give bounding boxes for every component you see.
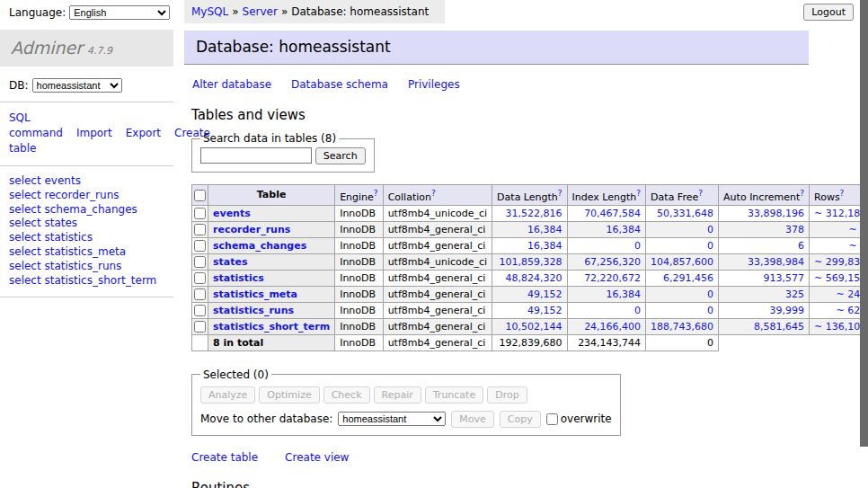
table-name-link[interactable]: statistics_meta [213, 288, 297, 300]
row-checkbox[interactable] [194, 208, 206, 219]
db-select[interactable]: homeassistant [32, 78, 122, 93]
data-length-link[interactable]: 101,859,328 [500, 256, 562, 268]
rows-count-link[interactable]: ~ 299,833 [814, 256, 866, 268]
data-length-link[interactable]: 16,384 [527, 224, 562, 235]
privileges-link[interactable]: Privileges [408, 78, 460, 91]
drop-button[interactable]: Drop [487, 386, 527, 404]
data-length-link[interactable]: 16,384 [527, 240, 562, 252]
sidebar-select-schema-changes-link[interactable]: select schema_changes [9, 203, 164, 217]
collation-cell: utf8mb4_general_ci [383, 237, 492, 253]
auto-increment-link[interactable]: 8,581,645 [754, 321, 804, 333]
data-length-link[interactable]: 49,152 [527, 305, 562, 316]
column-header-data-length: Data Length? [492, 185, 567, 206]
database-schema-link[interactable]: Database schema [291, 78, 388, 91]
rows-count-link[interactable]: ~ 136,108 [814, 321, 866, 333]
overwrite-checkbox[interactable] [546, 413, 558, 425]
rows-count-link[interactable]: ~ 312,180 [814, 208, 866, 219]
row-checkbox[interactable] [194, 288, 206, 300]
sidebar-select-events-link[interactable]: select events [9, 174, 164, 189]
row-checkbox[interactable] [194, 256, 206, 268]
table-row: states InnoDB utf8mb4_unicode_ci 101,859… [192, 253, 868, 270]
index-length-link[interactable]: 16,384 [607, 288, 642, 300]
auto-increment-link[interactable]: 39,999 [770, 305, 805, 316]
repair-button[interactable]: Repair [374, 386, 421, 404]
sidebar-link-sql-command[interactable]: SQL command [9, 111, 63, 139]
analyze-button[interactable]: Analyze [200, 386, 255, 404]
data-free-link[interactable]: 0 [707, 240, 713, 252]
help-link[interactable]: ? [431, 189, 436, 198]
index-length-link[interactable]: 16,384 [607, 224, 642, 235]
data-free-link[interactable]: 0 [707, 305, 713, 316]
vertical-scrollbar-track[interactable] [860, 0, 868, 488]
vertical-scrollbar-thumb[interactable] [860, 0, 868, 447]
select-all-checkbox[interactable] [194, 190, 206, 201]
truncate-button[interactable]: Truncate [425, 386, 483, 404]
row-checkbox[interactable] [194, 240, 206, 252]
optimize-button[interactable]: Optimize [259, 386, 319, 404]
data-free-link[interactable]: 0 [707, 288, 713, 300]
auto-increment-link[interactable]: 913,577 [764, 272, 805, 284]
search-button[interactable]: Search [315, 147, 366, 164]
data-length-link[interactable]: 31,522,816 [506, 208, 562, 219]
breadcrumb-mysql-link[interactable]: MySQL [191, 5, 228, 18]
table-name-link[interactable]: events [213, 208, 251, 219]
move-button[interactable]: Move [451, 411, 494, 428]
data-free-link[interactable]: 188,743,680 [651, 321, 713, 333]
index-length-link[interactable]: 0 [634, 305, 641, 316]
app-version-link[interactable]: 4.7.9 [87, 45, 112, 57]
help-link[interactable]: ? [698, 189, 703, 198]
auto-increment-link[interactable]: 378 [785, 224, 804, 235]
table-name-link[interactable]: statistics [213, 272, 264, 284]
copy-button[interactable]: Copy [500, 411, 541, 428]
breadcrumb-server-link[interactable]: Server [243, 5, 278, 18]
help-link[interactable]: ? [558, 189, 562, 198]
data-length-link[interactable]: 49,152 [527, 288, 562, 300]
row-checkbox[interactable] [194, 272, 206, 284]
auto-increment-link[interactable]: 33,398,984 [748, 256, 804, 268]
sidebar-select-statistics-runs-link[interactable]: select statistics_runs [9, 260, 164, 274]
data-free-link[interactable]: 0 [707, 224, 713, 235]
index-length-link[interactable]: 0 [634, 240, 641, 252]
rows-count-link[interactable]: ~ 569,159 [814, 272, 866, 284]
data-length-link[interactable]: 48,824,320 [506, 272, 562, 284]
logout-button[interactable]: Logout [803, 4, 854, 21]
sidebar-select-statistics-link[interactable]: select statistics [9, 231, 164, 245]
data-free-link[interactable]: 104,857,600 [651, 256, 713, 268]
table-name-link[interactable]: schema_changes [213, 240, 306, 252]
auto-increment-link[interactable]: 6 [798, 240, 804, 252]
create-view-link[interactable]: Create view [285, 451, 349, 464]
language-select[interactable]: English [69, 5, 170, 20]
sidebar-select-statistics-meta-link[interactable]: select statistics_meta [9, 245, 164, 260]
table-name-link[interactable]: states [213, 256, 248, 268]
search-input[interactable] [200, 147, 312, 164]
row-checkbox[interactable] [194, 224, 206, 235]
sidebar-select-states-link[interactable]: select states [9, 217, 164, 231]
help-link[interactable]: ? [840, 189, 845, 198]
overwrite-label: overwrite [561, 413, 612, 425]
help-link[interactable]: ? [636, 189, 641, 198]
row-checkbox[interactable] [194, 321, 206, 333]
sidebar-select-statistics-short-term-link[interactable]: select statistics_short_term [9, 274, 164, 288]
index-length-link[interactable]: 67,256,320 [584, 256, 641, 268]
auto-increment-link[interactable]: 325 [785, 288, 804, 300]
help-link[interactable]: ? [374, 189, 378, 198]
auto-increment-link[interactable]: 33,898,196 [748, 208, 804, 219]
sidebar-link-export[interactable]: Export [126, 127, 161, 139]
help-link[interactable]: ? [800, 189, 804, 198]
sidebar-link-import[interactable]: Import [76, 127, 112, 139]
move-database-select[interactable]: homeassistant [338, 412, 446, 426]
alter-database-link[interactable]: Alter database [192, 78, 271, 91]
data-free-link[interactable]: 6,291,456 [663, 272, 713, 284]
row-checkbox[interactable] [194, 305, 206, 316]
table-name-link[interactable]: statistics_runs [213, 305, 294, 316]
index-length-link[interactable]: 72,220,672 [584, 272, 641, 284]
sidebar-select-recorder-runs-link[interactable]: select recorder_runs [9, 189, 164, 203]
data-free-link[interactable]: 50,331,648 [657, 208, 713, 219]
table-name-link[interactable]: recorder_runs [213, 224, 290, 235]
data-length-link[interactable]: 10,502,144 [506, 321, 562, 333]
create-table-link[interactable]: Create table [191, 451, 258, 464]
index-length-link[interactable]: 70,467,584 [584, 208, 641, 219]
index-length-link[interactable]: 24,166,400 [584, 321, 641, 333]
check-button[interactable]: Check [323, 386, 370, 404]
table-name-link[interactable]: statistics_short_term [213, 321, 330, 333]
